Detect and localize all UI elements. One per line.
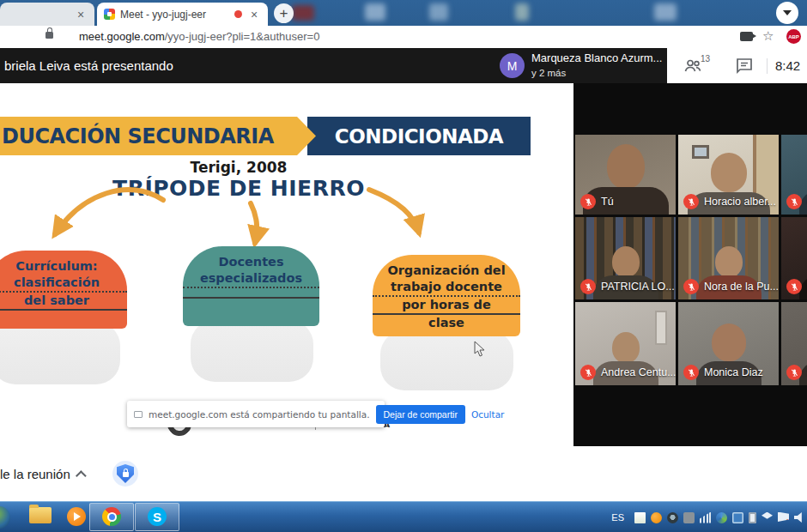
- bookmark-star-icon[interactable]: ☆: [762, 28, 774, 44]
- desktop-icon-blur: [654, 3, 677, 21]
- mic-off-icon: [580, 279, 596, 294]
- action-center-flag-icon[interactable]: ✕: [778, 512, 789, 523]
- slide-title-right: CONDICIONADA: [335, 125, 503, 148]
- pinned-name-line: Marqueza Blanco Azurm...: [531, 51, 662, 64]
- chevron-up-icon: [76, 470, 87, 481]
- volume-tray-icon[interactable]: [794, 512, 805, 523]
- slide-subtitle: TRÍPODE DE HIERRO: [0, 176, 477, 201]
- desktop-icon-blur: [429, 3, 448, 21]
- slide-title-left: DUCACIÓN SECUNDARIA: [2, 124, 274, 148]
- mic-off-icon: [786, 279, 802, 294]
- box-line: trabajo docente: [373, 279, 520, 297]
- monitor-icon: [134, 411, 143, 418]
- chrome-icon[interactable]: [102, 507, 121, 526]
- participant-count-badge: 13: [701, 54, 710, 63]
- participant-name: Nora de la Pu...: [704, 281, 779, 293]
- box-line: del saber: [0, 293, 127, 311]
- device-tray-icon[interactable]: [683, 512, 695, 523]
- meeting-details-label: le la reunión: [0, 467, 70, 481]
- language-indicator[interactable]: ES: [611, 512, 624, 523]
- lock-icon: [123, 472, 129, 477]
- active-tab-meet[interactable]: Meet - yyo-jugj-eer ×: [97, 3, 268, 26]
- avatar: M: [500, 53, 525, 78]
- slide-box-curriculum: Currículum: clasificación del saber: [0, 251, 127, 329]
- lock-icon[interactable]: [46, 32, 53, 39]
- notes-tray-icon[interactable]: [634, 512, 646, 523]
- participant-tile[interactable]: Monica Diaz: [678, 302, 779, 385]
- signal-tray-icon[interactable]: [700, 512, 711, 523]
- windows-tray-icon[interactable]: [732, 512, 743, 523]
- close-tab-icon[interactable]: ×: [74, 8, 88, 21]
- participant-tile[interactable]: Tú: [575, 135, 676, 215]
- chat-icon: [734, 56, 755, 76]
- participant-tile[interactable]: PATRICIA LO...: [575, 217, 676, 299]
- box-line: clase: [373, 315, 520, 331]
- presenting-banner: briela Leiva está presentando M Marqueza…: [0, 48, 667, 83]
- meeting-details-button[interactable]: le la reunión: [0, 467, 87, 481]
- mic-off-icon: [683, 365, 699, 380]
- mic-off-icon: [786, 365, 802, 380]
- participant-tile[interactable]: Horacio alber...: [678, 135, 779, 215]
- stop-sharing-button[interactable]: Dejar de compartir: [376, 405, 465, 424]
- participant-tile[interactable]: P: [781, 217, 807, 299]
- window-scroll-button[interactable]: [776, 2, 798, 24]
- participant-name: PATRICIA LO...: [601, 281, 675, 293]
- participant-tile[interactable]: Andrea Centu...: [575, 302, 676, 385]
- box-line: por horas de: [373, 297, 520, 315]
- screen: × Meet - yyo-jugj-eer × + meet.google.co…: [0, 0, 807, 532]
- participant-name: Horacio alber...: [704, 196, 776, 208]
- slide-gray-box: [0, 322, 120, 384]
- url-domain: meet.google.com: [79, 30, 165, 43]
- box-line: Organización del: [373, 263, 520, 279]
- participant-tile[interactable]: S: [781, 302, 807, 385]
- share-notice-text: meet.google.com está compartiendo tu pan…: [149, 409, 370, 420]
- mic-off-icon: [683, 279, 699, 294]
- utility-tray-icon[interactable]: [716, 512, 727, 523]
- address-bar[interactable]: meet.google.com/yyo-jugj-eer?pli=1&authu…: [79, 30, 319, 43]
- participant-tile[interactable]: C: [781, 135, 807, 215]
- recording-dot-icon: [234, 10, 242, 18]
- chat-button[interactable]: [734, 56, 755, 76]
- slide-citation: Terigi, 2008: [0, 159, 477, 176]
- participant-name: Monica Diaz: [704, 366, 763, 378]
- browser-tab-strip: × Meet - yyo-jugj-eer × +: [0, 0, 807, 26]
- meet-header: briela Leiva está presentando M Marqueza…: [0, 48, 807, 83]
- browser-toolbar: meet.google.com/yyo-jugj-eer?pli=1&authu…: [0, 26, 807, 48]
- desktop-icon-blur: [365, 3, 385, 21]
- divider: [767, 58, 768, 74]
- file-explorer-icon[interactable]: [29, 507, 52, 523]
- hide-notice-link[interactable]: Ocultar: [471, 409, 504, 420]
- box-line: [183, 288, 319, 299]
- update-tray-icon[interactable]: [651, 512, 662, 523]
- screen-capture-icon[interactable]: [740, 32, 753, 41]
- url-path: /yyo-jugj-eer?pli=1&authuser=0: [165, 30, 320, 43]
- close-tab-icon[interactable]: ×: [247, 8, 261, 21]
- mic-off-icon: [683, 194, 699, 209]
- new-tab-button[interactable]: +: [274, 3, 294, 23]
- participant-tile[interactable]: Nora de la Pu...: [678, 217, 779, 299]
- pinned-participants-chip[interactable]: M Marqueza Blanco Azurm... y 2 más: [500, 48, 662, 83]
- slide-title-left-banner: DUCACIÓN SECUNDARIA: [0, 117, 316, 155]
- screen-share-notification: meet.google.com está compartiendo tu pan…: [127, 401, 385, 427]
- start-button[interactable]: [0, 506, 10, 529]
- adblock-extension-icon[interactable]: ABP: [786, 29, 801, 44]
- battery-tray-icon[interactable]: [749, 512, 756, 523]
- media-player-icon[interactable]: [67, 507, 86, 526]
- background-tab[interactable]: ×: [0, 3, 94, 26]
- desktop-icon-blur: [292, 5, 314, 21]
- skype-icon[interactable]: S: [148, 507, 167, 526]
- dropbox-tray-icon[interactable]: [761, 512, 773, 523]
- participant-name: Andrea Centu...: [601, 366, 676, 378]
- mic-off-icon: [786, 194, 802, 209]
- slide-box-docentes: Docentes especializados: [183, 246, 319, 326]
- desktop-icon-blur: [515, 3, 529, 21]
- mouse-cursor: [474, 341, 486, 358]
- participants-button[interactable]: 13: [683, 56, 703, 76]
- mic-off-icon: [580, 194, 596, 209]
- webcam-tray-icon[interactable]: [667, 512, 678, 523]
- system-tray: ES ✕: [611, 502, 805, 532]
- alert-x-badge: ✕: [786, 517, 792, 526]
- box-line: Docentes: [183, 254, 319, 270]
- pinned-more-line: y 2 más: [531, 68, 566, 78]
- shared-slide: DUCACIÓN SECUNDARIA CONDICIONADA Terigi,…: [0, 83, 573, 446]
